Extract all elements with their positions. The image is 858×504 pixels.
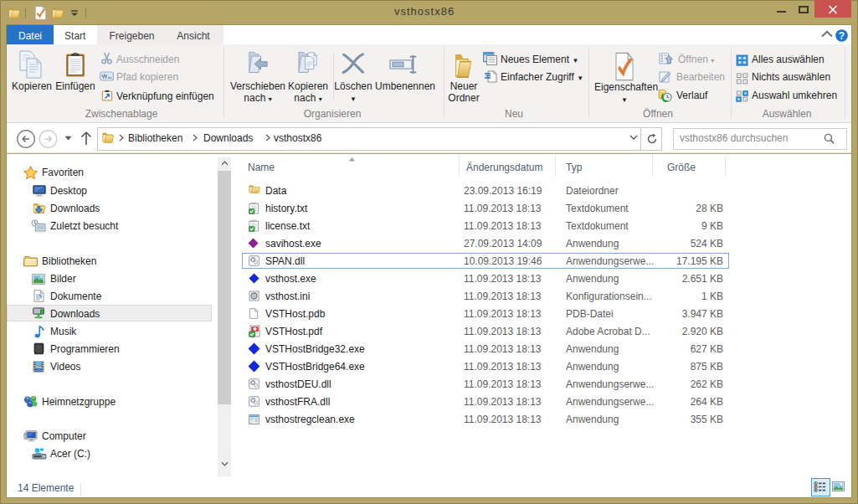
- svg-text:?: ?: [839, 30, 845, 42]
